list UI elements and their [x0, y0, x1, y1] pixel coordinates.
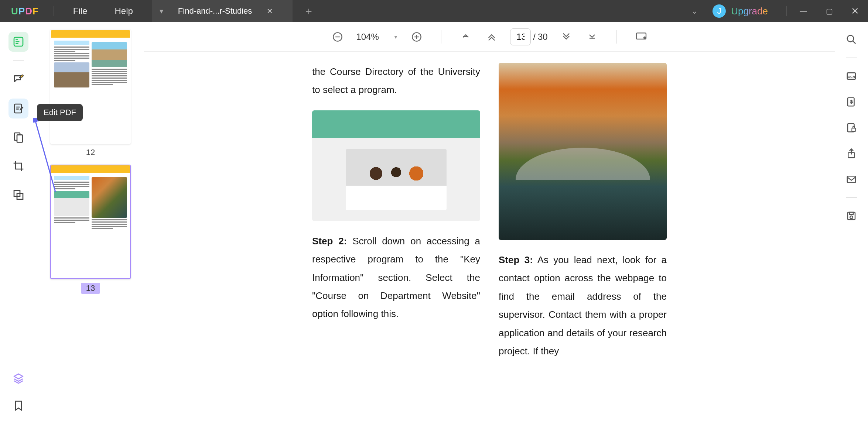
thumbnail-item[interactable]: 13: [50, 165, 131, 294]
chevron-down-icon[interactable]: ⌄: [691, 6, 698, 16]
email-icon[interactable]: [844, 172, 859, 187]
search-icon[interactable]: [844, 32, 859, 47]
zoom-in-button[interactable]: [409, 30, 424, 44]
protect-icon[interactable]: [844, 120, 859, 135]
svg-rect-24: [850, 212, 853, 214]
svg-rect-22: [847, 176, 856, 183]
save-icon[interactable]: [844, 208, 859, 224]
layers-tool[interactable]: [8, 368, 28, 388]
pdf-page: the Course Directory of the University t…: [312, 63, 667, 412]
right-toolbar: OCR: [835, 22, 868, 423]
comment-tool[interactable]: [8, 70, 28, 90]
document-toolbar: 104% ▼ / 30: [144, 22, 835, 52]
titlebar: UPDF File Help ▾ Find-and-...r-Studies ✕…: [0, 0, 868, 22]
maximize-button[interactable]: ▢: [816, 0, 842, 22]
divider: [13, 61, 24, 61]
edit-pdf-tool[interactable]: [8, 99, 28, 118]
svg-rect-20: [852, 128, 855, 131]
main-area: Edit PDF: [0, 22, 868, 423]
left-toolbar: Edit PDF: [0, 22, 37, 423]
document-area: 104% ▼ / 30 the Course Directory of the …: [144, 22, 835, 423]
tab-area: ▾ Find-and-...r-Studies ✕: [152, 0, 293, 22]
divider: [54, 6, 54, 16]
figure-bridge: [499, 63, 667, 240]
thumbnail-page-number: 12: [86, 148, 95, 157]
last-page-button[interactable]: [585, 30, 599, 44]
body-text: Step 2: Scroll down on accessing a respe…: [312, 232, 480, 323]
svg-point-14: [847, 35, 854, 42]
share-icon[interactable]: [844, 146, 859, 161]
svg-rect-18: [848, 98, 854, 106]
zoom-out-button[interactable]: [330, 30, 345, 44]
zoom-level: 104%: [356, 32, 382, 42]
app-logo: UPDF: [11, 6, 39, 17]
batch-tool[interactable]: [8, 185, 28, 205]
thumbnail-item[interactable]: 12: [50, 30, 131, 157]
close-window-button[interactable]: ✕: [842, 0, 868, 22]
upgrade-button[interactable]: Upgrade: [731, 6, 768, 17]
figure-students: [312, 110, 480, 221]
body-text: Step 3: As you lead next, look for a con…: [499, 251, 667, 360]
tooltip-edit-pdf: Edit PDF: [37, 104, 83, 121]
page-sep: /: [533, 32, 536, 42]
page-column-left: the Course Directory of the University t…: [312, 63, 480, 412]
tab-title: Find-and-...r-Studies: [178, 6, 252, 16]
window-controls: — ▢ ✕: [790, 0, 868, 22]
ocr-icon[interactable]: OCR: [844, 68, 859, 84]
tab-list-dropdown[interactable]: ▾: [152, 0, 171, 22]
document-tab[interactable]: Find-and-...r-Studies ✕: [171, 0, 293, 22]
reader-tool[interactable]: [8, 32, 28, 52]
zoom-dropdown[interactable]: ▼: [393, 34, 398, 40]
divider: [786, 6, 787, 16]
svg-rect-3: [17, 135, 23, 142]
svg-point-13: [643, 36, 646, 39]
svg-text:OCR: OCR: [848, 75, 855, 79]
thumbnail-page-number: 13: [81, 283, 100, 294]
page-input[interactable]: [510, 28, 531, 45]
crop-tool[interactable]: [8, 156, 28, 176]
svg-point-25: [850, 216, 853, 219]
convert-icon[interactable]: [844, 94, 859, 110]
bookmark-tool[interactable]: [8, 396, 28, 416]
menu-file[interactable]: File: [69, 4, 92, 18]
main-menu: File Help: [69, 4, 137, 18]
add-tab-button[interactable]: ＋: [304, 4, 314, 18]
body-text: the Course Directory of the University t…: [312, 63, 480, 99]
next-page-button[interactable]: [559, 30, 574, 44]
document-scroll[interactable]: the Course Directory of the University t…: [144, 52, 835, 423]
menu-help[interactable]: Help: [110, 4, 137, 18]
page-column-right: Step 3: As you lead next, look for a con…: [499, 63, 667, 412]
user-avatar[interactable]: J: [712, 4, 726, 18]
thumbnails-panel[interactable]: 12 13: [37, 22, 144, 423]
presentation-button[interactable]: [634, 30, 649, 44]
minimize-button[interactable]: —: [790, 0, 816, 22]
page-total: 30: [538, 32, 548, 42]
page-indicator: / 30: [510, 28, 547, 45]
svg-line-15: [853, 41, 856, 44]
prev-page-button[interactable]: [484, 30, 499, 44]
close-tab-icon[interactable]: ✕: [267, 7, 273, 16]
page-tool[interactable]: [8, 127, 28, 147]
first-page-button[interactable]: [458, 30, 473, 44]
